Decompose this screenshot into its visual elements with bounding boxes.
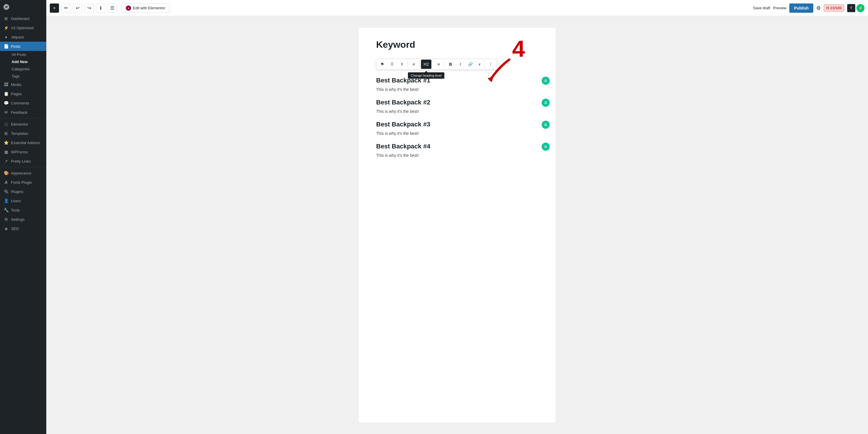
sidebar-label-dashboard: Dashboard xyxy=(11,17,30,21)
sidebar-divider xyxy=(0,118,46,118)
sidebar-item-posts[interactable]: 📄 Posts xyxy=(0,42,46,51)
sidebar-item-tools[interactable]: 🔧 Tools xyxy=(0,206,46,215)
sidebar-item-media[interactable]: 🖼 Media xyxy=(0,80,46,89)
post-title[interactable]: Keyword xyxy=(376,39,538,50)
h2-label: H2 xyxy=(424,62,429,66)
sidebar-item-essential-addons[interactable]: ⭐ Essential Addons xyxy=(0,138,46,147)
editor-content: 4 Keyword ⚑ ⠿ ⇕ xyxy=(359,28,556,423)
h2-tooltip: Change heading level xyxy=(408,72,444,79)
sidebar-label-tags: Tags xyxy=(11,74,20,79)
sidebar-label-appearance: Appearance xyxy=(11,171,31,175)
sidebar-item-comments[interactable]: 💬 Comments xyxy=(0,98,46,107)
sidebar-item-add-new[interactable]: Add New xyxy=(8,58,46,65)
section-3: G Best Backpack #3 This is why it's the … xyxy=(376,121,538,136)
sidebar-item-seo[interactable]: ◈ SEO xyxy=(0,224,46,233)
para-2[interactable]: This is why it's the best! xyxy=(376,109,538,114)
preview-button[interactable]: Preview xyxy=(773,6,786,10)
sidebar-item-jetpack[interactable]: ♦ Jetpack xyxy=(0,32,46,42)
toolbar-more-dropdown-button[interactable]: ∨ xyxy=(475,60,484,69)
jetpack-icon: ♦ xyxy=(3,35,9,39)
sidebar-item-pages[interactable]: 📋 Pages xyxy=(0,89,46,98)
sidebar-label-all-posts: All Posts xyxy=(11,52,26,57)
sidebar-label-a2: A2 Optimized xyxy=(11,26,34,30)
sidebar: W ⊞ Dashboard ⚡ A2 Optimized ♦ Jetpack 📄… xyxy=(0,0,46,434)
sidebar-item-all-posts[interactable]: All Posts xyxy=(8,51,46,58)
heading-3[interactable]: Best Backpack #3 xyxy=(376,121,538,128)
list-view-button[interactable]: ☰ xyxy=(107,3,117,13)
toolbar-italic-button[interactable]: I xyxy=(456,60,465,69)
sidebar-label-posts: Posts xyxy=(11,44,21,49)
toolbar-options-button[interactable]: ⋮ xyxy=(486,60,495,69)
sidebar-item-templates[interactable]: ⊞ Templates xyxy=(0,129,46,138)
toolbar-bookmark-button[interactable]: ⚑ xyxy=(378,60,387,69)
score-value: 23/100 xyxy=(830,6,842,10)
toolbar-move-button[interactable]: ⇕ xyxy=(397,60,406,69)
plugin-icon-2: ⚡ xyxy=(857,4,865,12)
sidebar-item-elementor[interactable]: ⬡ Elementor xyxy=(0,120,46,129)
para-4[interactable]: This is why it's the best! xyxy=(376,153,538,158)
sidebar-label-fonts-plugin: Fonts Plugin xyxy=(11,180,32,185)
toolbar-bold-button[interactable]: B xyxy=(446,60,455,69)
users-icon: 👤 xyxy=(3,198,9,203)
sidebar-label-elementor: Elementor xyxy=(11,122,28,126)
fonts-plugin-icon: A xyxy=(3,180,9,185)
save-draft-button[interactable]: Save draft xyxy=(753,6,770,10)
elementor-logo: e xyxy=(126,5,131,11)
sidebar-item-a2optimized[interactable]: ⚡ A2 Optimized xyxy=(0,23,46,32)
drag-icon: ⠿ xyxy=(391,62,394,66)
feedback-icon: ✉ xyxy=(3,110,9,115)
heading-4[interactable]: Best Backpack #4 xyxy=(376,143,538,150)
essential-addons-icon: ⭐ xyxy=(3,140,9,145)
add-block-button[interactable]: + xyxy=(50,3,59,13)
plus-icon: + xyxy=(53,5,56,11)
sidebar-item-dashboard[interactable]: ⊞ Dashboard xyxy=(0,14,46,23)
grammarly-icon-3: G xyxy=(541,121,550,129)
list-icon: ☰ xyxy=(110,5,114,11)
toolbar-drag-button[interactable]: ⠿ xyxy=(388,60,397,69)
block-toolbar: ⚑ ⠿ ⇕ ≡ H2 Change heading level xyxy=(376,59,497,70)
align-icon: ≡ xyxy=(412,62,415,66)
sidebar-label-pages: Pages xyxy=(11,92,22,96)
sidebar-item-tags[interactable]: Tags xyxy=(8,73,46,80)
undo-icon: ↩ xyxy=(76,5,80,11)
sidebar-item-wpforms[interactable]: ▦ WPForms xyxy=(0,147,46,157)
tools-icon: 🔧 xyxy=(3,208,9,212)
sidebar-item-categories[interactable]: Categories xyxy=(8,65,46,73)
publish-button[interactable]: Publish xyxy=(789,3,813,13)
undo-button[interactable]: ↩ xyxy=(73,3,82,13)
sidebar-item-feedback[interactable]: ✉ Feedback xyxy=(0,107,46,117)
link-icon: 🔗 xyxy=(468,62,473,66)
sidebar-item-fonts-plugin[interactable]: A Fonts Plugin xyxy=(0,178,46,187)
toolbar-align-button[interactable]: ≡ xyxy=(409,60,418,69)
sidebar-logo: W xyxy=(0,0,46,14)
grammarly-icon-4: G xyxy=(541,143,550,151)
more-options-icon: ⋮ xyxy=(489,62,493,66)
sidebar-item-appearance[interactable]: 🎨 Appearance xyxy=(0,168,46,178)
grammarly-icon-1: G xyxy=(541,77,550,85)
info-button[interactable]: ℹ xyxy=(96,3,105,13)
sidebar-label-categories: Categories xyxy=(11,67,30,71)
toolbar-divider-1 xyxy=(408,61,408,68)
sidebar-item-plugins[interactable]: 🔌 Plugins xyxy=(0,187,46,196)
para-1[interactable]: This is why it's the best! xyxy=(376,87,538,92)
sidebar-item-users[interactable]: 👤 Users xyxy=(0,196,46,206)
redo-button[interactable]: ↪ xyxy=(85,3,94,13)
edit-elementor-button[interactable]: e Edit with Elementor xyxy=(122,3,169,13)
toolbar-divider-5 xyxy=(485,61,485,68)
sidebar-label-pretty-links: Pretty Links xyxy=(11,159,31,163)
para-3[interactable]: This is why it's the best! xyxy=(376,131,538,136)
sidebar-label-comments: Comments xyxy=(11,101,29,105)
pages-icon: 📋 xyxy=(3,91,9,96)
toolbar-h2-button[interactable]: H2 Change heading level xyxy=(421,60,431,69)
pen-button[interactable]: ✏ xyxy=(61,3,71,13)
plugin-icons: Y ⚡ xyxy=(847,4,865,12)
toolbar-link-button[interactable]: 🔗 xyxy=(466,60,475,69)
sidebar-item-settings[interactable]: ⚙ Settings xyxy=(0,215,46,224)
settings-gear-icon[interactable]: ⚙ xyxy=(816,5,821,11)
wordpress-logo: W xyxy=(3,4,9,10)
toolbar-text-align-button[interactable]: ≡ xyxy=(434,60,443,69)
heading-1[interactable]: Best Backpack #1 xyxy=(376,77,538,84)
heading-2[interactable]: Best Backpack #2 xyxy=(376,99,538,106)
move-icon: ⇕ xyxy=(400,62,403,66)
sidebar-item-pretty-links[interactable]: ↗ Pretty Links xyxy=(0,157,46,166)
